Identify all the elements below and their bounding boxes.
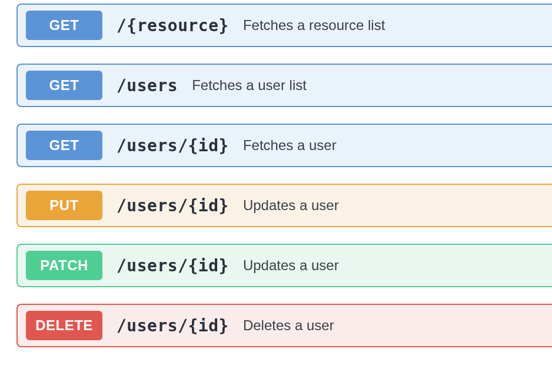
endpoint-list: GET /{resource} Fetches a resource list … — [16, 0, 552, 347]
endpoint-path: /users — [117, 76, 178, 95]
endpoint-description: Fetches a resource list — [243, 17, 385, 34]
endpoint-path: /users/{id} — [117, 316, 229, 335]
endpoint-description: Deletes a user — [243, 317, 334, 334]
endpoint-row[interactable]: PATCH /users/{id} Updates a user — [16, 244, 552, 287]
method-badge: GET — [26, 131, 102, 160]
endpoint-path: /users/{id} — [117, 136, 229, 155]
endpoint-path: /{resource} — [117, 16, 229, 35]
endpoint-description: Fetches a user list — [192, 77, 307, 94]
endpoint-description: Updates a user — [243, 197, 339, 214]
endpoint-description: Updates a user — [243, 257, 339, 274]
method-badge: GET — [26, 71, 102, 100]
endpoint-row[interactable]: GET /users/{id} Fetches a user — [16, 124, 552, 167]
endpoint-row[interactable]: GET /{resource} Fetches a resource list — [16, 4, 552, 47]
method-badge: PATCH — [26, 251, 102, 280]
endpoint-row[interactable]: PUT /users/{id} Updates a user — [16, 184, 552, 227]
endpoint-path: /users/{id} — [117, 196, 229, 215]
endpoint-row[interactable]: DELETE /users/{id} Deletes a user — [16, 304, 552, 347]
method-badge: DELETE — [26, 311, 102, 340]
method-badge: PUT — [26, 191, 102, 220]
endpoint-row[interactable]: GET /users Fetches a user list — [16, 64, 552, 107]
method-badge: GET — [26, 11, 102, 40]
endpoint-path: /users/{id} — [117, 256, 229, 275]
endpoint-description: Fetches a user — [243, 137, 337, 154]
